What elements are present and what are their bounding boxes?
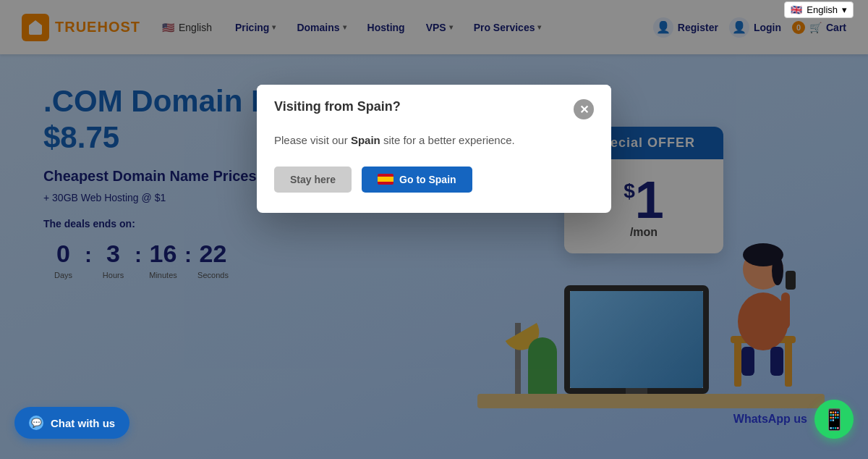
modal-body-text1: Please visit our [274,134,351,146]
location-modal: Visiting from Spain? ✕ Please visit our … [257,85,611,213]
language-label-top: English [807,4,838,15]
spain-flag-icon [378,174,393,185]
top-language-bar: 🇬🇧 English ▾ [770,0,868,20]
modal-close-button[interactable]: ✕ [574,99,594,119]
chat-button[interactable]: 💬 Chat with us [14,407,129,439]
whatsapp-icon: 📱 [822,408,847,431]
stay-here-button[interactable]: Stay here [274,167,352,193]
whatsapp-label: WhatsApp us [733,413,807,426]
whatsapp-button[interactable]: 📱 [814,400,854,439]
modal-body-bold: Spain [351,134,380,146]
english-flag-top: 🇬🇧 [791,4,802,15]
modal-actions: Stay here Go to Spain [257,167,611,213]
chevron-down-icon: ▾ [842,4,847,15]
go-spain-label: Go to Spain [399,174,456,185]
modal-body-text2: site for a better experience. [380,134,515,146]
go-to-spain-button[interactable]: Go to Spain [362,167,472,193]
modal-title: Visiting from Spain? [274,99,401,114]
modal-header: Visiting from Spain? ✕ [257,85,611,127]
modal-body: Please visit our Spain site for a better… [257,127,611,167]
language-selector-top[interactable]: 🇬🇧 English ▾ [784,1,854,18]
whatsapp-area: WhatsApp us 📱 [733,400,854,439]
modal-overlay[interactable] [0,0,868,459]
chat-label: Chat with us [51,417,115,429]
chat-icon: 💬 [29,416,43,430]
